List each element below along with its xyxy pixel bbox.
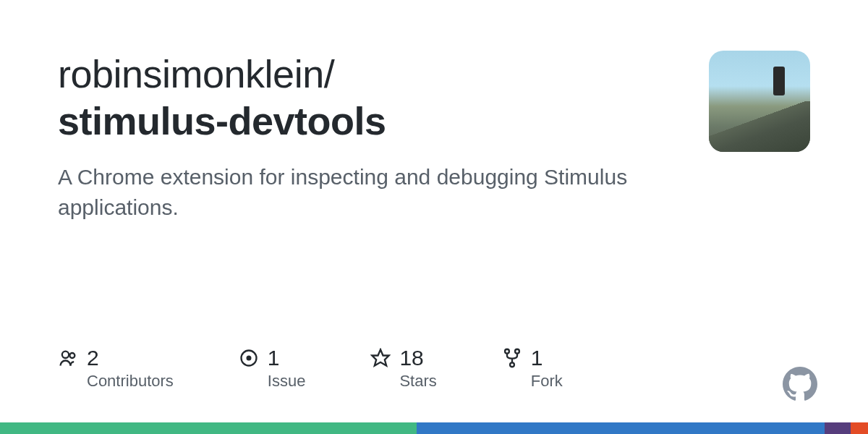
people-icon <box>58 348 78 368</box>
github-logo-icon <box>783 367 817 401</box>
svg-point-5 <box>505 349 509 354</box>
forks-label: Fork <box>531 372 563 391</box>
contributors-label: Contributors <box>87 372 174 391</box>
stat-forks: 1 Fork <box>502 346 563 391</box>
issues-label: Issue <box>268 372 306 391</box>
owner-avatar <box>709 51 810 152</box>
svg-point-7 <box>510 362 514 367</box>
contributors-count: 2 <box>87 346 99 370</box>
fork-icon <box>502 348 522 368</box>
stat-issues: 1 Issue <box>239 346 306 391</box>
repo-owner: robinsimonklein <box>58 52 324 95</box>
svg-point-6 <box>515 349 519 354</box>
forks-count: 1 <box>531 346 543 370</box>
stat-contributors: 2 Contributors <box>58 346 174 391</box>
stars-label: Stars <box>399 372 436 391</box>
repo-description: A Chrome extension for inspecting and de… <box>58 162 673 223</box>
svg-marker-4 <box>373 349 389 365</box>
svg-point-1 <box>69 353 75 358</box>
language-bar <box>0 422 868 434</box>
repo-name: stimulus-devtools <box>58 98 673 145</box>
language-segment <box>851 422 868 434</box>
stars-count: 18 <box>399 346 423 370</box>
svg-point-3 <box>247 357 251 360</box>
repo-stats: 2 Contributors 1 Issue 18 Stars 1 Fork <box>58 346 563 391</box>
repo-info: robinsimonklein/ stimulus-devtools A Chr… <box>58 51 673 223</box>
stat-stars: 18 Stars <box>370 346 436 391</box>
issues-count: 1 <box>268 346 280 370</box>
repo-title-line: robinsimonklein/ <box>58 51 673 98</box>
star-icon <box>370 348 391 368</box>
repo-card: robinsimonklein/ stimulus-devtools A Chr… <box>0 0 868 223</box>
svg-point-0 <box>62 352 69 358</box>
issue-icon <box>239 348 259 368</box>
language-segment <box>0 422 417 434</box>
slash-separator: / <box>324 52 335 95</box>
language-segment <box>825 422 851 434</box>
language-segment <box>417 422 825 434</box>
